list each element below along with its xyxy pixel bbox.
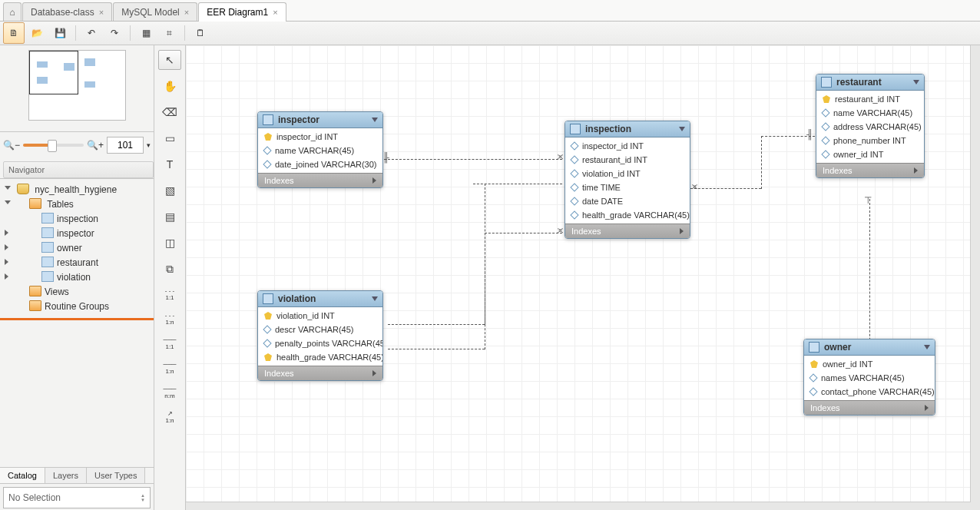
- tree-table-owner[interactable]: owner: [0, 240, 154, 255]
- entity-column[interactable]: health_grade VARCHAR(45): [258, 350, 382, 364]
- entity-column[interactable]: date_joined VARCHAR(30): [258, 157, 382, 171]
- tree-schema[interactable]: nyc_health_hygiene: [0, 182, 154, 197]
- entity-column[interactable]: phone_number INT: [816, 134, 924, 147]
- tree-views-folder[interactable]: Views: [0, 284, 154, 299]
- overview-viewport[interactable]: [29, 51, 78, 94]
- entity-column[interactable]: violation_id INT: [258, 309, 382, 323]
- rel-violation-inspection-seg3[interactable]: [485, 233, 562, 233]
- entity-indexes-section[interactable]: Indexes: [804, 400, 935, 415]
- save-button[interactable]: 💾: [49, 22, 71, 44]
- rel-violation-inspection-b-seg1[interactable]: [388, 349, 485, 349]
- overview-minimap[interactable]: [28, 50, 126, 121]
- tool-rel-11[interactable]: ───1:1: [158, 334, 181, 353]
- entity-header[interactable]: restaurant: [816, 75, 924, 91]
- entity-column[interactable]: inspector_id INT: [258, 130, 382, 144]
- selection-dropdown[interactable]: No Selection ▲▼: [3, 487, 151, 508]
- rel-inspector-inspection[interactable]: [384, 159, 562, 160]
- new-file-button[interactable]: 🗎: [3, 22, 25, 44]
- tree-table-violation[interactable]: violation: [0, 270, 154, 284]
- rel-violation-inspection-b-seg3[interactable]: [473, 184, 562, 184]
- entity-restaurant[interactable]: restaurantrestaurant_id INTname VARCHAR(…: [816, 74, 925, 178]
- entity-column[interactable]: penalty_points VARCHAR(45): [258, 336, 382, 350]
- entity-column[interactable]: time TIME: [565, 180, 690, 194]
- subtab-catalog[interactable]: Catalog: [0, 468, 45, 483]
- redo-button[interactable]: ↷: [104, 22, 125, 44]
- tool-rel-1n-dashed[interactable]: - - -1:n: [158, 310, 181, 328]
- close-icon[interactable]: ×: [99, 8, 104, 17]
- entity-column[interactable]: inspector_id INT: [565, 139, 690, 153]
- chevron-down-icon[interactable]: [372, 296, 378, 301]
- chevron-down-icon[interactable]: ▾: [147, 141, 151, 149]
- entity-indexes-section[interactable]: Indexes: [816, 163, 924, 177]
- chevron-down-icon[interactable]: [924, 345, 930, 349]
- chevron-down-icon[interactable]: [913, 80, 919, 84]
- tab-eer-diagram[interactable]: EER Diagram1 ×: [198, 2, 286, 22]
- zoom-input[interactable]: [107, 137, 144, 154]
- entity-column[interactable]: name VARCHAR(45): [258, 144, 382, 157]
- tool-routine[interactable]: ⧉: [158, 259, 181, 279]
- undo-button[interactable]: ↶: [81, 22, 102, 44]
- diagram-canvas[interactable]: ╟ ⪤ ⪤ ⪤ ╢ ⊤ ╨ inspectorinspector_id INTn…: [186, 45, 980, 510]
- notes-button[interactable]: 🗒: [190, 22, 211, 44]
- entity-column[interactable]: owner_id INT: [804, 357, 935, 371]
- entity-column[interactable]: violation_id INT: [565, 167, 690, 180]
- tool-rel-11-dashed[interactable]: - - -1:1: [158, 285, 181, 303]
- rel-inspection-restaurant-seg1[interactable]: [690, 188, 761, 189]
- entity-column[interactable]: names VARCHAR(45): [804, 371, 935, 385]
- tree-tables-folder[interactable]: Tables: [0, 197, 154, 211]
- entity-indexes-section[interactable]: Indexes: [258, 173, 382, 187]
- chevron-down-icon[interactable]: [679, 127, 685, 131]
- tree-routines-folder[interactable]: Routine Groups: [0, 299, 154, 313]
- subtab-user-types[interactable]: User Types: [87, 468, 145, 483]
- tool-layer[interactable]: ▭: [158, 128, 181, 148]
- subtab-layers[interactable]: Layers: [45, 468, 87, 483]
- snap-button[interactable]: ⌗: [158, 22, 180, 44]
- entity-column[interactable]: owner_id INT: [816, 147, 924, 161]
- entity-indexes-section[interactable]: Indexes: [565, 224, 690, 238]
- grid-button[interactable]: ▦: [135, 22, 157, 44]
- close-icon[interactable]: ×: [273, 8, 277, 17]
- catalog-tree[interactable]: nyc_health_hygiene Tables inspection ins…: [0, 178, 154, 467]
- tree-table-inspector[interactable]: inspector: [0, 226, 154, 240]
- entity-header[interactable]: inspector: [258, 112, 382, 128]
- tool-view[interactable]: ◫: [158, 233, 181, 253]
- entity-violation[interactable]: violationviolation_id INTdescr VARCHAR(4…: [257, 290, 383, 381]
- rel-violation-inspection-b-seg2[interactable]: [485, 184, 485, 349]
- tab-database-class[interactable]: Database-class ×: [22, 2, 112, 21]
- entity-column[interactable]: contact_phone VARCHAR(45): [804, 385, 935, 399]
- zoom-out-icon[interactable]: 🔍−: [3, 140, 20, 151]
- entity-inspection[interactable]: inspectioninspector_id INTrestaurant_id …: [564, 121, 690, 239]
- entity-column[interactable]: address VARCHAR(45): [816, 120, 924, 134]
- tool-rel-1n-existing[interactable]: ↗1:n: [158, 408, 181, 426]
- tab-home[interactable]: ⌂: [3, 2, 22, 21]
- rel-inspection-restaurant-seg2[interactable]: [761, 136, 762, 189]
- entity-column[interactable]: date DATE: [565, 194, 690, 208]
- close-icon[interactable]: ×: [184, 8, 189, 17]
- entity-indexes-section[interactable]: Indexes: [258, 366, 382, 380]
- tool-image[interactable]: ▧: [158, 180, 181, 200]
- tree-table-restaurant[interactable]: restaurant: [0, 255, 154, 270]
- tool-eraser[interactable]: ⌫: [158, 102, 181, 122]
- entity-header[interactable]: inspection: [565, 121, 690, 137]
- catalog-splitter[interactable]: [0, 318, 154, 320]
- tool-pointer[interactable]: ↖: [158, 50, 181, 70]
- entity-column[interactable]: health_grade VARCHAR(45): [565, 208, 690, 222]
- chevron-down-icon[interactable]: [372, 118, 378, 122]
- tree-table-inspection[interactable]: inspection: [0, 211, 154, 226]
- tool-rel-1n[interactable]: ───1:n: [158, 359, 181, 377]
- canvas-scrollbar-vertical[interactable]: [970, 45, 980, 502]
- entity-column[interactable]: name VARCHAR(45): [816, 106, 924, 120]
- entity-header[interactable]: violation: [258, 291, 382, 307]
- canvas-scrollbar-horizontal[interactable]: [186, 502, 980, 510]
- entity-header[interactable]: owner: [804, 339, 935, 356]
- tool-text[interactable]: T: [158, 154, 181, 174]
- entity-column[interactable]: descr VARCHAR(45): [258, 323, 382, 336]
- zoom-in-icon[interactable]: 🔍+: [87, 140, 104, 151]
- tool-rel-nm[interactable]: ───n:m: [158, 383, 181, 402]
- entity-owner[interactable]: ownerowner_id INTnames VARCHAR(45)contac…: [803, 339, 935, 416]
- entity-column[interactable]: restaurant_id INT: [565, 153, 690, 167]
- zoom-slider[interactable]: [23, 144, 84, 147]
- rel-violation-inspection-seg1[interactable]: [388, 324, 485, 325]
- entity-column[interactable]: restaurant_id INT: [816, 92, 924, 106]
- tool-table[interactable]: ▤: [158, 207, 181, 227]
